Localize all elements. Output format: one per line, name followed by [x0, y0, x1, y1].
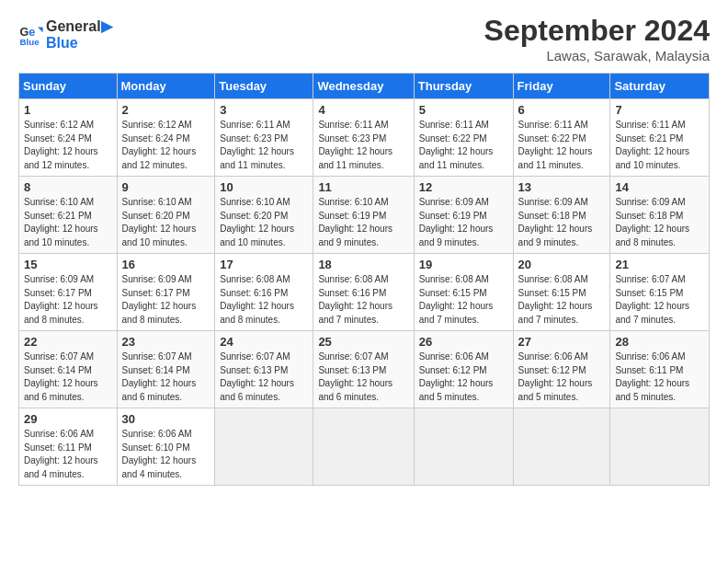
day-number: 28	[615, 335, 704, 349]
day-number: 22	[24, 335, 112, 349]
month-title: September 2024	[484, 14, 710, 48]
calendar-week-row: 1Sunrise: 6:12 AM Sunset: 6:24 PM Daylig…	[19, 99, 710, 177]
day-info: Sunrise: 6:08 AM Sunset: 6:16 PM Dayligh…	[318, 273, 408, 327]
empty-cell	[215, 408, 313, 486]
day-number: 5	[419, 103, 508, 117]
header-cell-friday: Friday	[513, 74, 610, 99]
day-number: 12	[419, 180, 508, 194]
day-info: Sunrise: 6:10 AM Sunset: 6:20 PM Dayligh…	[220, 196, 308, 249]
day-info: Sunrise: 6:07 AM Sunset: 6:14 PM Dayligh…	[24, 350, 112, 404]
calendar-day-cell: 5Sunrise: 6:11 AM Sunset: 6:22 PM Daylig…	[414, 99, 513, 177]
day-info: Sunrise: 6:11 AM Sunset: 6:21 PM Dayligh…	[615, 119, 704, 172]
day-info: Sunrise: 6:09 AM Sunset: 6:17 PM Dayligh…	[24, 273, 112, 327]
day-info: Sunrise: 6:08 AM Sunset: 6:16 PM Dayligh…	[220, 273, 308, 327]
empty-cell	[313, 408, 414, 486]
day-number: 1	[24, 103, 112, 117]
day-number: 2	[122, 103, 210, 117]
empty-cell	[414, 408, 513, 486]
svg-text:Blue: Blue	[19, 37, 40, 47]
day-number: 19	[419, 258, 508, 271]
day-number: 15	[24, 258, 112, 271]
day-info: Sunrise: 6:06 AM Sunset: 6:12 PM Dayligh…	[419, 350, 508, 404]
calendar-day-cell: 7Sunrise: 6:11 AM Sunset: 6:21 PM Daylig…	[610, 99, 710, 177]
day-number: 26	[419, 335, 508, 349]
day-info: Sunrise: 6:11 AM Sunset: 6:22 PM Dayligh…	[419, 119, 508, 172]
day-number: 17	[220, 258, 308, 271]
calendar-week-row: 8Sunrise: 6:10 AM Sunset: 6:21 PM Daylig…	[19, 177, 710, 254]
day-number: 21	[615, 258, 704, 271]
day-info: Sunrise: 6:11 AM Sunset: 6:22 PM Dayligh…	[518, 119, 606, 172]
calendar-day-cell: 20Sunrise: 6:08 AM Sunset: 6:15 PM Dayli…	[513, 254, 610, 331]
calendar-day-cell: 26Sunrise: 6:06 AM Sunset: 6:12 PM Dayli…	[414, 331, 513, 408]
calendar-day-cell: 18Sunrise: 6:08 AM Sunset: 6:16 PM Dayli…	[313, 254, 414, 331]
day-number: 30	[122, 412, 210, 426]
calendar-day-cell: 1Sunrise: 6:12 AM Sunset: 6:24 PM Daylig…	[19, 99, 118, 177]
calendar-day-cell: 17Sunrise: 6:08 AM Sunset: 6:16 PM Dayli…	[215, 254, 313, 331]
day-info: Sunrise: 6:07 AM Sunset: 6:15 PM Dayligh…	[615, 273, 704, 327]
calendar-day-cell: 13Sunrise: 6:09 AM Sunset: 6:18 PM Dayli…	[513, 177, 610, 254]
day-number: 16	[122, 258, 210, 271]
day-number: 6	[518, 103, 606, 117]
calendar-day-cell: 10Sunrise: 6:10 AM Sunset: 6:20 PM Dayli…	[215, 177, 313, 254]
day-number: 8	[24, 180, 112, 194]
day-info: Sunrise: 6:09 AM Sunset: 6:17 PM Dayligh…	[122, 273, 210, 327]
day-info: Sunrise: 6:08 AM Sunset: 6:15 PM Dayligh…	[518, 273, 606, 327]
day-number: 27	[518, 335, 606, 349]
empty-cell	[513, 408, 610, 486]
calendar-table: SundayMondayTuesdayWednesdayThursdayFrid…	[18, 73, 710, 486]
header-cell-monday: Monday	[117, 74, 215, 99]
day-number: 9	[122, 180, 210, 194]
calendar-day-cell: 22Sunrise: 6:07 AM Sunset: 6:14 PM Dayli…	[19, 331, 118, 408]
calendar-day-cell: 30Sunrise: 6:06 AM Sunset: 6:10 PM Dayli…	[117, 408, 215, 486]
calendar-week-row: 29Sunrise: 6:06 AM Sunset: 6:11 PM Dayli…	[19, 408, 710, 486]
calendar-day-cell: 24Sunrise: 6:07 AM Sunset: 6:13 PM Dayli…	[215, 331, 313, 408]
calendar-day-cell: 4Sunrise: 6:11 AM Sunset: 6:23 PM Daylig…	[313, 99, 414, 177]
day-number: 20	[518, 258, 606, 271]
day-info: Sunrise: 6:09 AM Sunset: 6:19 PM Dayligh…	[419, 196, 508, 249]
header-row: SundayMondayTuesdayWednesdayThursdayFrid…	[19, 74, 710, 99]
header: G e Blue General▶ Blue September 2024 La…	[18, 14, 710, 63]
empty-cell	[610, 408, 710, 486]
header-cell-wednesday: Wednesday	[313, 74, 414, 99]
header-cell-tuesday: Tuesday	[215, 74, 313, 99]
calendar-day-cell: 28Sunrise: 6:06 AM Sunset: 6:11 PM Dayli…	[610, 331, 710, 408]
calendar-day-cell: 12Sunrise: 6:09 AM Sunset: 6:19 PM Dayli…	[414, 177, 513, 254]
day-number: 11	[318, 180, 408, 194]
day-info: Sunrise: 6:10 AM Sunset: 6:21 PM Dayligh…	[24, 196, 112, 249]
logo-line1: General▶	[46, 18, 112, 35]
day-number: 25	[318, 335, 408, 349]
page: G e Blue General▶ Blue September 2024 La…	[0, 0, 728, 563]
logo-icon: G e Blue	[18, 22, 44, 48]
day-number: 7	[615, 103, 704, 117]
day-number: 3	[220, 103, 308, 117]
location: Lawas, Sarawak, Malaysia	[484, 48, 710, 63]
day-info: Sunrise: 6:11 AM Sunset: 6:23 PM Dayligh…	[318, 119, 408, 172]
calendar-day-cell: 8Sunrise: 6:10 AM Sunset: 6:21 PM Daylig…	[19, 177, 118, 254]
calendar-day-cell: 9Sunrise: 6:10 AM Sunset: 6:20 PM Daylig…	[117, 177, 215, 254]
day-info: Sunrise: 6:11 AM Sunset: 6:23 PM Dayligh…	[220, 119, 308, 172]
title-area: September 2024 Lawas, Sarawak, Malaysia	[484, 14, 710, 63]
day-info: Sunrise: 6:06 AM Sunset: 6:10 PM Dayligh…	[122, 428, 210, 481]
day-number: 13	[518, 180, 606, 194]
day-info: Sunrise: 6:06 AM Sunset: 6:11 PM Dayligh…	[24, 428, 112, 481]
calendar-day-cell: 27Sunrise: 6:06 AM Sunset: 6:12 PM Dayli…	[513, 331, 610, 408]
calendar-day-cell: 14Sunrise: 6:09 AM Sunset: 6:18 PM Dayli…	[610, 177, 710, 254]
day-number: 18	[318, 258, 408, 271]
logo: G e Blue General▶ Blue	[18, 18, 112, 51]
calendar-day-cell: 16Sunrise: 6:09 AM Sunset: 6:17 PM Dayli…	[117, 254, 215, 331]
calendar-day-cell: 25Sunrise: 6:07 AM Sunset: 6:13 PM Dayli…	[313, 331, 414, 408]
calendar-day-cell: 3Sunrise: 6:11 AM Sunset: 6:23 PM Daylig…	[215, 99, 313, 177]
day-number: 14	[615, 180, 704, 194]
day-info: Sunrise: 6:10 AM Sunset: 6:19 PM Dayligh…	[318, 196, 408, 249]
day-info: Sunrise: 6:09 AM Sunset: 6:18 PM Dayligh…	[615, 196, 704, 249]
day-info: Sunrise: 6:07 AM Sunset: 6:14 PM Dayligh…	[122, 350, 210, 404]
day-info: Sunrise: 6:08 AM Sunset: 6:15 PM Dayligh…	[419, 273, 508, 327]
header-cell-sunday: Sunday	[19, 74, 118, 99]
logo-line2: Blue	[46, 35, 112, 52]
day-number: 29	[24, 412, 112, 426]
calendar-day-cell: 2Sunrise: 6:12 AM Sunset: 6:24 PM Daylig…	[117, 99, 215, 177]
day-info: Sunrise: 6:06 AM Sunset: 6:11 PM Dayligh…	[615, 350, 704, 404]
day-info: Sunrise: 6:09 AM Sunset: 6:18 PM Dayligh…	[518, 196, 606, 249]
calendar-week-row: 15Sunrise: 6:09 AM Sunset: 6:17 PM Dayli…	[19, 254, 710, 331]
calendar-day-cell: 19Sunrise: 6:08 AM Sunset: 6:15 PM Dayli…	[414, 254, 513, 331]
